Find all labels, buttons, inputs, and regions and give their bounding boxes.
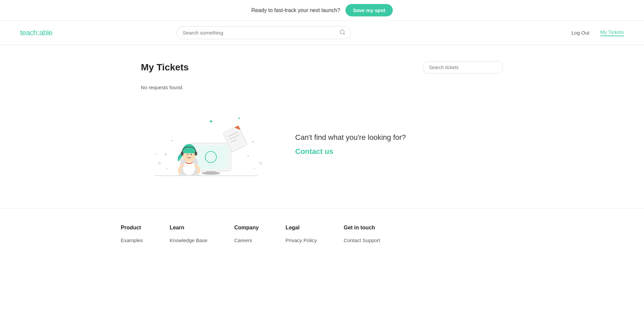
footer-columns: Product Examples Learn Knowledge Base Co… bbox=[121, 225, 523, 246]
svg-rect-7 bbox=[193, 145, 229, 169]
footer-learn-heading: Learn bbox=[170, 225, 208, 231]
main-content: My Tickets No requests found. bbox=[121, 45, 523, 208]
svg-point-5 bbox=[202, 172, 220, 175]
footer-legal-heading: Legal bbox=[285, 225, 317, 231]
footer-company-heading: Company bbox=[234, 225, 259, 231]
footer-link-privacy-policy[interactable]: Privacy Policy bbox=[285, 237, 317, 243]
footer-col-product: Product Examples bbox=[121, 225, 143, 246]
footer-col-company: Company Careers bbox=[234, 225, 259, 246]
footer-col-contact: Get in touch Contact Support bbox=[344, 225, 380, 246]
cta-text-area: Can't find what you're looking for? Cont… bbox=[295, 133, 406, 156]
svg-text:●: ● bbox=[247, 154, 249, 158]
illustration: ✦ ✦ ● ● ● ● ● ● bbox=[141, 101, 268, 188]
svg-point-34 bbox=[259, 162, 262, 165]
footer-col-legal: Legal Privacy Policy bbox=[285, 225, 317, 246]
svg-point-13 bbox=[183, 160, 195, 175]
svg-line-1 bbox=[343, 33, 344, 34]
footer-link-examples[interactable]: Examples bbox=[121, 237, 143, 243]
svg-text:●: ● bbox=[166, 167, 168, 170]
footer-link-contact-support[interactable]: Contact Support bbox=[344, 237, 380, 243]
svg-text:✦: ✦ bbox=[209, 118, 213, 125]
no-requests-text: No requests found. bbox=[141, 85, 503, 90]
footer-link-careers[interactable]: Careers bbox=[234, 237, 259, 243]
header-nav: Log Out My Tickets bbox=[572, 29, 624, 36]
header-search-input[interactable] bbox=[176, 26, 351, 39]
banner-text: Ready to fast-track your next launch? bbox=[251, 7, 340, 13]
footer-contact-heading: Get in touch bbox=[344, 225, 380, 231]
svg-point-33 bbox=[158, 162, 161, 165]
logout-link[interactable]: Log Out bbox=[572, 30, 589, 36]
footer: Product Examples Learn Knowledge Base Co… bbox=[0, 208, 644, 263]
svg-text:✦: ✦ bbox=[237, 116, 240, 120]
logo: teach:able bbox=[20, 29, 53, 37]
my-tickets-link[interactable]: My Tickets bbox=[600, 29, 624, 36]
svg-text:●: ● bbox=[164, 152, 167, 157]
save-spot-button[interactable]: Save my spot bbox=[345, 4, 393, 16]
svg-text:●: ● bbox=[252, 140, 254, 144]
svg-point-35 bbox=[155, 153, 157, 155]
svg-text:●: ● bbox=[254, 167, 255, 170]
footer-link-knowledge-base[interactable]: Knowledge Base bbox=[170, 237, 208, 243]
svg-rect-16 bbox=[181, 152, 183, 155]
tickets-search-input[interactable] bbox=[423, 61, 503, 74]
footer-product-heading: Product bbox=[121, 225, 143, 231]
top-banner: Ready to fast-track your next launch? Sa… bbox=[0, 0, 644, 21]
cta-question: Can't find what you're looking for? bbox=[295, 133, 406, 142]
cta-area: ✦ ✦ ● ● ● ● ● ● Can't find what you're l… bbox=[141, 101, 503, 188]
header-search-container bbox=[176, 26, 351, 39]
header: teach:able Log Out My Tickets bbox=[0, 21, 644, 45]
svg-point-15 bbox=[191, 154, 192, 155]
contact-us-link[interactable]: Contact us bbox=[295, 147, 333, 156]
search-icon bbox=[339, 29, 345, 37]
tickets-header: My Tickets bbox=[141, 61, 503, 74]
tickets-search-container bbox=[423, 61, 503, 74]
footer-col-learn: Learn Knowledge Base bbox=[170, 225, 208, 246]
svg-rect-17 bbox=[195, 152, 197, 155]
svg-text:●: ● bbox=[171, 139, 173, 142]
page-title: My Tickets bbox=[141, 62, 189, 73]
